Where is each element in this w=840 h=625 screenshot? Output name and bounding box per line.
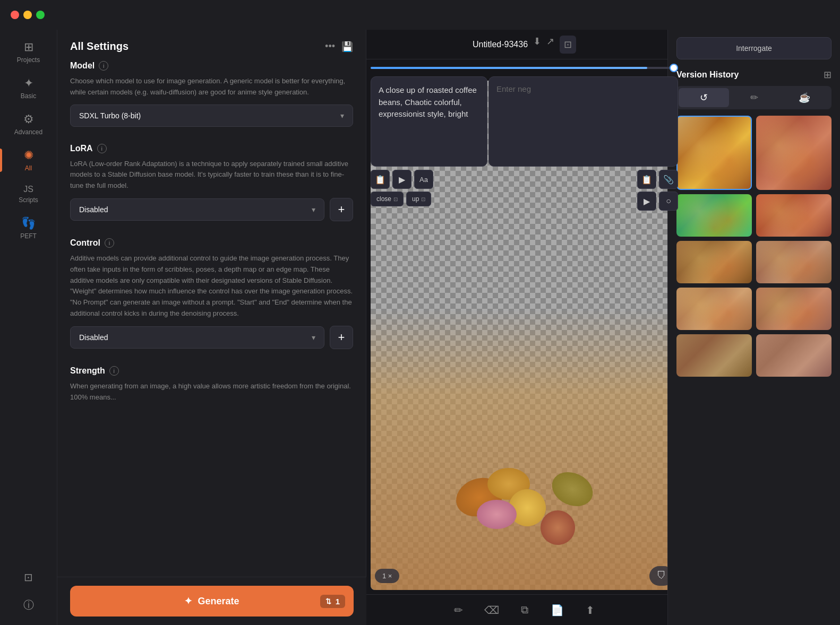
tab-history[interactable]: ↺ <box>679 88 729 107</box>
prompt-action-row2: close ⊡ up ⊡ <box>371 192 485 206</box>
positive-prompt-container: A close up of roasted coffee beans, Chao… <box>371 76 485 206</box>
lora-dropdown[interactable]: Disabled ▾ <box>70 198 324 221</box>
model-section: Model i Choose which model to use for im… <box>70 61 353 127</box>
version-image-1[interactable] <box>676 116 752 190</box>
maximize-window-button[interactable] <box>36 11 45 19</box>
tab-cup[interactable]: ☕ <box>779 88 829 107</box>
control-section: Control i Additive models can provide ad… <box>70 238 353 349</box>
model-dropdown[interactable]: SDXL Turbo (8-bit) ▾ <box>70 105 353 127</box>
settings-header-icons: ••• 💾 <box>325 41 353 53</box>
settings-content: Model i Choose which model to use for im… <box>57 61 366 625</box>
generate-button[interactable]: ✦ Generate ⇅ 1 <box>70 586 354 617</box>
control-description: Additive models can provide additional c… <box>70 253 353 319</box>
neg-play-button[interactable]: ▶ <box>637 192 656 211</box>
version-image-7[interactable] <box>676 288 752 330</box>
control-dropdown[interactable]: Disabled ▾ <box>70 326 324 349</box>
neg-circle-button[interactable]: ○ <box>659 192 678 211</box>
progress-bar-container <box>371 64 678 74</box>
info-icon-button[interactable]: ⓘ <box>17 593 40 617</box>
positive-prompt-box[interactable]: A close up of roasted coffee beans, Chao… <box>371 76 487 167</box>
lora-section-title: LoRA <box>70 144 93 153</box>
progress-fill <box>371 67 647 69</box>
sidebar-item-advanced[interactable]: ⚙ Advanced <box>5 107 52 141</box>
close-window-button[interactable] <box>11 11 19 19</box>
share-icon[interactable]: ↗ <box>546 36 554 54</box>
control-add-button[interactable]: + <box>330 326 353 349</box>
version-image-3[interactable] <box>676 194 752 237</box>
upload-icon-button[interactable]: ⬆ <box>580 600 601 620</box>
version-history-header: Version History ⊞ <box>668 67 840 86</box>
all-nav-wrapper: ✺ All <box>0 143 57 177</box>
interrogate-label: Interrogate <box>736 44 772 53</box>
bucket-icon-button[interactable]: ⧉ <box>515 600 535 620</box>
strength-section: Strength i When generating from an image… <box>70 366 353 403</box>
control-section-title: Control <box>70 238 100 248</box>
chevron-down-icon: ▾ <box>312 333 315 342</box>
canvas-header-icons: ⬇ ↗ ⊡ <box>533 36 576 54</box>
version-image-2[interactable] <box>756 116 832 190</box>
model-select-row: SDXL Turbo (8-bit) ▾ <box>70 105 353 127</box>
control-info-icon[interactable]: i <box>105 238 114 248</box>
progress-track <box>371 67 678 69</box>
text-button[interactable]: Aa <box>414 170 433 189</box>
more-options-icon[interactable]: ••• <box>325 41 335 53</box>
sidebar-item-label: Advanced <box>14 128 42 136</box>
version-image-9[interactable] <box>676 334 752 377</box>
version-image-10[interactable] <box>756 334 832 377</box>
version-image-4[interactable] <box>756 194 832 237</box>
zoom-level: 1 × <box>382 572 392 580</box>
sidebar-item-all[interactable]: ✺ All <box>5 143 52 177</box>
generate-bar: ✦ Generate ⇅ 1 <box>57 577 366 625</box>
version-image-5[interactable] <box>676 241 752 283</box>
titlebar <box>0 0 840 30</box>
lora-add-button[interactable]: + <box>330 198 353 221</box>
negative-prompt-container: Enter neg 📋 📎 ▶ ○ <box>488 76 678 211</box>
up-button[interactable]: up ⊡ <box>406 192 431 206</box>
sidebar-item-peft[interactable]: 👣 PEFT <box>5 211 52 245</box>
minimize-window-button[interactable] <box>23 11 32 19</box>
progress-thumb[interactable] <box>670 64 678 72</box>
model-section-title: Model <box>70 61 95 71</box>
negative-prompt-placeholder: Enter neg <box>496 84 531 93</box>
version-image-8[interactable] <box>756 288 832 330</box>
traffic-lights <box>0 11 55 19</box>
neg-paste-button[interactable]: 📋 <box>637 170 656 189</box>
prompt-action-row1: 📋 ▶ Aa <box>371 170 485 189</box>
eraser-icon-button[interactable]: ⌫ <box>482 600 502 620</box>
version-image-6[interactable] <box>756 241 832 283</box>
canvas-area: Untitled-93436 ⬇ ↗ ⊡ A close up of roast… <box>366 30 682 625</box>
settings-title: All Settings <box>70 40 128 53</box>
document-icon-button[interactable]: 📄 <box>547 600 568 620</box>
model-info-icon[interactable]: i <box>99 61 108 71</box>
play-button[interactable]: ▶ <box>392 170 412 189</box>
grid-view-icon[interactable]: ⊞ <box>824 69 832 81</box>
edit-icon-button[interactable]: ✏ <box>449 600 469 620</box>
neg-prompt-buttons: 📋 📎 ▶ ○ <box>488 170 678 211</box>
paste-button[interactable]: 📋 <box>371 170 390 189</box>
lora-info-icon[interactable]: i <box>97 144 107 153</box>
lora-description: LoRA (Low-order Rank Adaptation) is a te… <box>70 159 353 192</box>
layout-icon[interactable]: ⊡ <box>560 36 576 54</box>
settings-icon-button[interactable]: ⊡ <box>17 566 40 589</box>
neg-btn-row1: 📋 📎 <box>637 170 678 189</box>
version-tabs: ↺ ✏ ☕ <box>676 86 832 109</box>
chevron-down-icon: ▾ <box>312 205 315 214</box>
generate-count-badge: ⇅ 1 <box>320 595 345 608</box>
lora-select-row: Disabled ▾ + <box>70 198 353 221</box>
lora-section: LoRA i LoRA (Low-order Rank Adaptation) … <box>70 144 353 221</box>
strength-info-icon[interactable]: i <box>109 366 119 376</box>
download-icon[interactable]: ⬇ <box>533 36 541 54</box>
sidebar-item-basic[interactable]: ✦ Basic <box>5 71 52 105</box>
peft-icon: 👣 <box>21 216 36 230</box>
generate-count: 1 <box>336 597 340 606</box>
control-dropdown-value: Disabled <box>79 333 108 342</box>
tab-pen[interactable]: ✏ <box>729 88 779 107</box>
sidebar-item-scripts[interactable]: JS Scripts <box>5 179 52 209</box>
sidebar-item-projects[interactable]: ⊞ Projects <box>5 35 52 69</box>
save-icon[interactable]: 💾 <box>341 41 353 53</box>
canvas-bottom-bar: 1 × ⛉ <box>375 566 674 586</box>
interrogate-button[interactable]: Interrogate <box>676 37 832 59</box>
neg-pin-button[interactable]: 📎 <box>659 170 678 189</box>
negative-prompt-box[interactable]: Enter neg <box>488 76 678 167</box>
close-button[interactable]: close ⊡ <box>371 192 404 206</box>
